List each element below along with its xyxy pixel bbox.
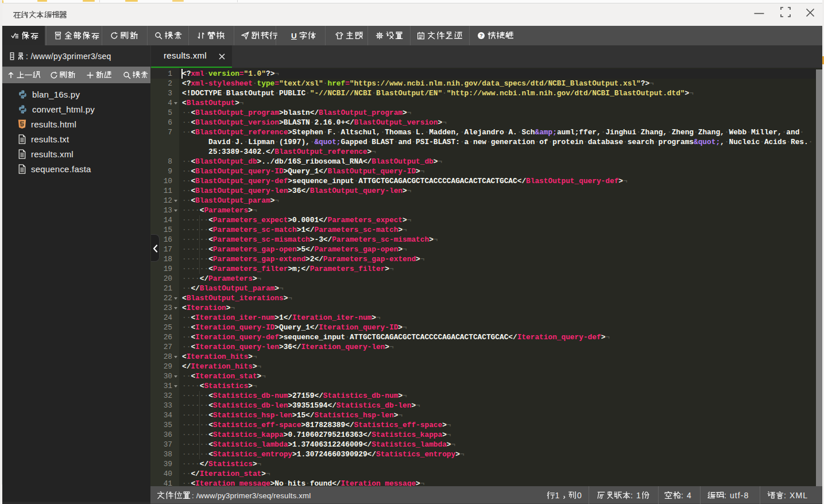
svg-text:?: ? bbox=[479, 33, 483, 38]
